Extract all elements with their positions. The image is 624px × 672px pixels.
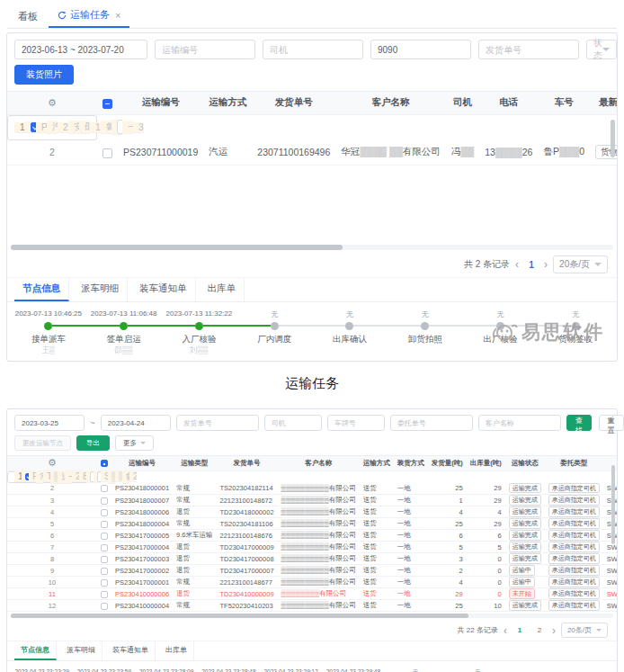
row-checkbox[interactable] (101, 603, 108, 610)
timeline-label: 入厂核验 (162, 334, 237, 345)
timeline-time: 2023-07-13 11:06:48 (86, 309, 162, 320)
table-row[interactable]: 1PS230425000002常规TF20230427001▒▒▒▒▒▒▒▒▒▒… (7, 471, 97, 483)
change-node-button[interactable]: 更改运输节点 (14, 435, 71, 451)
timeline-time: 2023-04-23 23:23:59 (73, 668, 135, 672)
search-button2[interactable]: 查找 (566, 415, 592, 431)
table-row[interactable]: 2PS230418000001常规TS202304182114▒▒▒▒▒▒▒▒▒… (7, 483, 617, 495)
select-all-checkbox[interactable] (103, 99, 112, 109)
horizontal-scrollbar[interactable] (11, 245, 613, 250)
table-row[interactable]: 3PS230418000007常规22123100148672▒▒▒▒▒▒▒▒▒… (7, 495, 617, 506)
row-checkbox[interactable] (101, 497, 108, 505)
driver-input[interactable] (263, 40, 363, 59)
timeline-dot-icon (44, 322, 52, 330)
horizontal-scrollbar2[interactable] (11, 614, 613, 618)
table-row[interactable]: 9PS230417000002退货TD230417000007▒▒▒▒▒▒▒▒▒… (7, 565, 617, 577)
ship-no-input[interactable] (478, 40, 579, 59)
driver-input2[interactable] (264, 415, 322, 431)
customer-input[interactable] (478, 415, 561, 431)
date-from-input[interactable] (14, 415, 85, 431)
tab-dashboard-label: 看板 (18, 10, 38, 23)
row-checkbox[interactable] (101, 591, 108, 598)
select-all-checkbox[interactable] (101, 460, 108, 467)
row-checkbox[interactable] (25, 473, 29, 480)
refresh-icon[interactable] (58, 11, 67, 20)
timeline-label: 出库确认 (312, 334, 388, 345)
prev-page-icon2[interactable]: ‹ (504, 624, 507, 637)
row-checkbox[interactable] (101, 521, 108, 528)
row-checkbox[interactable] (101, 568, 108, 575)
timeline-operator (538, 345, 613, 355)
page-number[interactable]: 1 (524, 260, 539, 270)
table-row[interactable]: 7PS230417000004退货TD230417000009▒▒▒▒▒▒▒▒▒… (7, 542, 617, 553)
table-row[interactable]: 2PS230711000019汽运23071100169496华冠▒▒▒▒ ▒▒… (7, 140, 617, 166)
detail-tab-0[interactable]: 节点信息 (14, 278, 69, 301)
timeline-operator (236, 345, 312, 355)
row-checkbox[interactable] (101, 556, 108, 563)
row-checkbox[interactable] (101, 544, 108, 551)
tab-dashboard[interactable]: 看板 (9, 6, 47, 28)
next-page-icon[interactable]: › (544, 258, 548, 271)
transport-no-input[interactable] (155, 40, 255, 59)
chevron-down-icon (594, 263, 602, 266)
page-size-select2[interactable]: 20条/页 (561, 623, 608, 638)
detail-tab-2[interactable]: 装车通知单 (106, 641, 156, 660)
task-pagination: 共 2 条记录 ‹ 1 › 20条/页 (7, 252, 617, 277)
page-size-select[interactable]: 20条/页 (553, 255, 608, 273)
reset-button2[interactable]: 重置 (599, 415, 624, 431)
loading-photo-button[interactable]: 装货照片 (14, 65, 74, 85)
page-number-2[interactable]: 2 (532, 626, 547, 634)
page-number-1[interactable]: 1 (513, 626, 527, 634)
detail-tab-0[interactable]: 节点信息 (14, 641, 57, 660)
detail-tab-3[interactable]: 出库单 (200, 278, 245, 301)
row-checkbox[interactable] (101, 533, 108, 540)
timeline-operator: 王▒ (11, 345, 86, 355)
detail-tab-3[interactable]: 出库单 (159, 641, 194, 660)
timeline-time: 2023-07-13 10:46:25 (11, 309, 86, 320)
status-badge: 承运商指定司机 (548, 553, 600, 563)
transport-task-panel: 状态 查找 重置 装货照片 ⚙运输编号运输方式发货单号客户名称司机电话车号最新状… (6, 32, 618, 362)
table-row[interactable]: 6PS2304170000059.6米车运输22123100148676▒▒▒▒… (7, 530, 617, 542)
close-tab-icon[interactable]: × (115, 10, 120, 21)
table-row[interactable]: 1PS230713000037汽运23071100169490安徽▒▒▒▒▒▒▒… (7, 115, 97, 140)
vertical-scrollbar[interactable] (611, 120, 615, 157)
timeline-node: 无货物签收 (447, 668, 509, 672)
settings-icon[interactable]: ⚙ (11, 457, 94, 469)
column-header: 电话 (479, 92, 538, 114)
table-row[interactable]: 8PS230417000003退货TD230417000008▒▒▒▒▒▒▒▒▒… (7, 553, 617, 565)
row-checkbox[interactable] (101, 485, 108, 492)
timeline-node: 2023-07-13 10:46:25接单派车王▒ (11, 309, 86, 355)
column-header: 运输方式 (203, 92, 252, 114)
detail-tab-1[interactable]: 派车明细 (73, 278, 128, 301)
column-header: 运输方式 (360, 456, 394, 470)
row-checkbox[interactable] (31, 122, 36, 132)
plate-input[interactable] (327, 415, 385, 431)
row-checkbox[interactable] (101, 509, 108, 516)
vertical-scrollbar2[interactable] (611, 465, 615, 544)
detail-tab-1[interactable]: 派车明细 (60, 641, 103, 660)
settings-icon[interactable]: ⚙ (13, 97, 92, 109)
status-select[interactable]: 状态 (586, 40, 617, 59)
table-row[interactable]: 12PS230410000004常规TF520230410203▒▒▒▒▒▒▒▒… (7, 600, 617, 612)
date-range-input[interactable] (14, 40, 147, 59)
ship-no-input2[interactable] (176, 415, 259, 431)
table-row[interactable]: 4PS230418000006退货TD230418000002▒▒▒▒▒▒▒▒▒… (7, 506, 617, 518)
table-row[interactable]: 11PS230410000006退货TD230410000009▒▒▒▒▒▒▒▒… (7, 588, 617, 600)
timeline-node: 无出厂核验 (385, 668, 447, 672)
task-timeline: 2023-07-13 10:46:25接单派车王▒2023-07-13 11:0… (7, 302, 617, 361)
next-page-icon2[interactable]: › (552, 624, 556, 637)
prev-page-icon[interactable]: ‹ (515, 258, 519, 271)
tab-transport-task[interactable]: 运输任务 × (49, 4, 129, 28)
row-checkbox[interactable] (101, 579, 108, 587)
detail-tab-2[interactable]: 装车通知单 (131, 278, 196, 301)
table-row[interactable]: 10PS230417000001常规22123100148677▒▒▒▒▒▒▒▒… (7, 577, 617, 588)
status-filter-row: ~ 查找 重置 (7, 409, 617, 434)
table-row[interactable]: 5PS230418000004常规TS202304181106▒▒▒▒▒▒▒▒▒… (7, 518, 617, 530)
timeline-dot-icon (271, 322, 279, 330)
more-button[interactable]: 更多 (115, 435, 154, 451)
chevron-down-icon (596, 629, 602, 632)
export-button[interactable]: 导出 (76, 435, 110, 451)
date-to-input[interactable] (101, 415, 171, 431)
vehicle-input[interactable] (370, 40, 471, 59)
row-checkbox[interactable] (103, 148, 112, 158)
consign-no-input[interactable] (390, 415, 473, 431)
